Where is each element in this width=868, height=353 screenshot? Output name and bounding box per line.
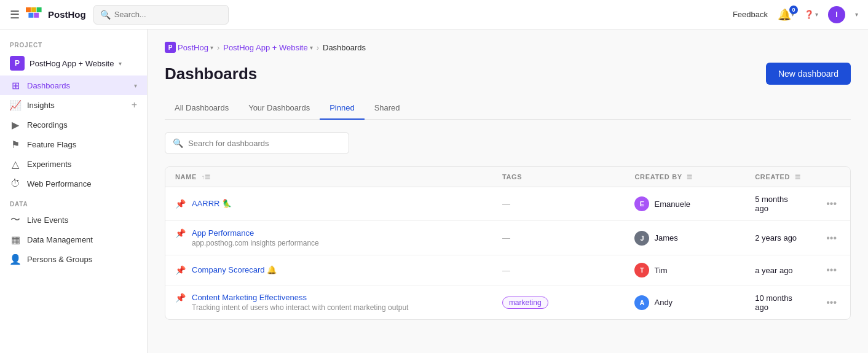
search-icon: 🔍 — [100, 10, 111, 20]
sidebar-section-data: DATA — [0, 193, 147, 210]
tab-shared[interactable]: Shared — [365, 97, 410, 120]
feature-flags-icon: ⚑ — [10, 139, 21, 150]
tab-all-dashboards[interactable]: All Dashboards — [165, 97, 239, 120]
sidebar-item-web-performance[interactable]: ⏱ Web Performance — [0, 174, 147, 193]
creator-avatar: A — [634, 295, 649, 310]
breadcrumb: P PostHog ▾ › PostHog App + Website ▾ › … — [165, 42, 851, 53]
row-actions-button[interactable]: ••• — [823, 197, 840, 210]
dashboard-name-cell: 📌 App Performance app.posthog.com insigh… — [165, 221, 492, 255]
svg-rect-3 — [28, 12, 33, 17]
dashboard-name-cell: 📌 Content Marketing Effectiveness Tracki… — [165, 285, 492, 320]
breadcrumb-sep-2: › — [317, 43, 319, 52]
help-dropdown-arrow: ▾ — [815, 11, 818, 18]
user-dropdown-arrow: ▾ — [855, 11, 858, 18]
search-input[interactable] — [114, 10, 222, 19]
dashboard-tags-cell: — — [492, 255, 625, 285]
sidebar-item-recordings[interactable]: ▶ Recordings — [0, 115, 147, 134]
dashboard-tags-cell: — — [492, 221, 625, 255]
sidebar-item-dashboards[interactable]: ⊞ Dashboards ▾ — [0, 76, 147, 95]
sidebar-project[interactable]: P PostHog App + Website ▾ — [0, 51, 147, 76]
creator-name: Emanuele — [654, 200, 690, 209]
persons-groups-icon: 👤 — [10, 254, 21, 265]
sidebar-item-feature-flags[interactable]: ⚑ Feature Flags — [0, 134, 147, 154]
pin-icon: 📌 — [175, 293, 186, 303]
hamburger-menu[interactable]: ☰ — [10, 8, 20, 21]
sidebar-item-label-persons-groups: Persons & Groups — [27, 255, 137, 264]
sidebar-item-label-web-performance: Web Performance — [27, 179, 137, 188]
dashboard-search-bar[interactable]: 🔍 — [165, 132, 349, 154]
sidebar-item-insights[interactable]: 📈 Insights + — [0, 95, 147, 115]
dashboard-search-icon: 🔍 — [173, 138, 183, 148]
dashboard-tags-cell: — — [492, 187, 625, 221]
breadcrumb-project-label: PostHog App + Website — [223, 43, 307, 52]
web-performance-icon: ⏱ — [10, 178, 21, 189]
dashboards-table: NAME ↑☰ TAGS CREATED BY ☰ CREATED ☰ 📌 — [165, 167, 850, 319]
dashboards-table-container: NAME ↑☰ TAGS CREATED BY ☰ CREATED ☰ 📌 — [165, 166, 851, 320]
tab-pinned[interactable]: Pinned — [320, 97, 364, 120]
notifications-button[interactable]: 🔔 0 ▾ — [778, 8, 794, 21]
dashboard-search-input[interactable] — [188, 139, 341, 148]
dashboards-arrow: ▾ — [134, 82, 137, 89]
creator-name: James — [654, 233, 677, 242]
help-button[interactable]: ❓ ▾ — [804, 10, 818, 19]
sidebar: PROJECT P PostHog App + Website ▾ ⊞ Dash… — [0, 29, 148, 353]
sidebar-item-label-data-management: Data Management — [27, 235, 137, 244]
dashboard-created-cell: 2 years ago — [745, 221, 813, 255]
creator-avatar: J — [634, 231, 649, 246]
pin-icon: 📌 — [175, 265, 186, 275]
main-content: P PostHog ▾ › PostHog App + Website ▾ › … — [148, 29, 868, 353]
data-management-icon: ▦ — [10, 234, 21, 245]
table-row: 📌 AARRR 🦜 — E Emanuele — [165, 187, 850, 221]
dashboard-created-by-cell: T Tim — [625, 255, 745, 285]
svg-rect-2 — [37, 7, 42, 12]
breadcrumb-sep-1: › — [217, 43, 219, 52]
dashboard-name-link[interactable]: Company Scorecard 🔔 — [192, 265, 277, 274]
sidebar-item-persons-groups[interactable]: 👤 Persons & Groups — [0, 249, 147, 269]
new-dashboard-button[interactable]: New dashboard — [766, 63, 851, 85]
dashboard-created-by-cell: E Emanuele — [625, 187, 745, 221]
breadcrumb-project[interactable]: PostHog App + Website ▾ — [223, 43, 312, 52]
col-header-tags: TAGS — [492, 167, 625, 187]
tag-badge[interactable]: marketing — [502, 297, 548, 309]
row-actions-button[interactable]: ••• — [823, 263, 840, 276]
sidebar-item-live-events[interactable]: 〜 Live Events — [0, 210, 147, 230]
sidebar-item-label-feature-flags: Feature Flags — [27, 140, 137, 149]
svg-rect-0 — [26, 7, 31, 12]
page-title: Dashboards — [165, 64, 257, 83]
col-header-actions — [813, 167, 850, 187]
sidebar-item-experiments[interactable]: △ Experiments — [0, 154, 147, 174]
global-search[interactable]: 🔍 — [93, 5, 229, 25]
insights-plus: + — [132, 99, 137, 111]
logo[interactable]: PostHog — [26, 7, 86, 22]
dashboard-created-cell: a year ago — [745, 255, 813, 285]
top-navigation: ☰ PostHog 🔍 Feedback 🔔 0 ▾ ❓ ▾ I ▾ — [0, 0, 868, 29]
breadcrumb-current: Dashboards — [323, 43, 366, 52]
pin-icon: 📌 — [175, 199, 186, 209]
dashboard-name-link[interactable]: AARRR 🦜 — [192, 199, 232, 208]
dashboard-actions-cell: ••• — [813, 221, 850, 255]
feedback-button[interactable]: Feedback — [733, 10, 768, 19]
user-avatar-button[interactable]: I — [828, 6, 845, 23]
dashboard-name-link[interactable]: Content Marketing Effectiveness — [192, 293, 408, 302]
dashboard-actions-cell: ••• — [813, 187, 850, 221]
col-header-name[interactable]: NAME ↑☰ — [165, 167, 492, 187]
project-dropdown-arrow: ▾ — [119, 60, 122, 67]
col-header-created-by[interactable]: CREATED BY ☰ — [625, 167, 745, 187]
creator-name: Tim — [654, 266, 667, 275]
col-header-created[interactable]: CREATED ☰ — [745, 167, 813, 187]
creator-name: Andy — [654, 298, 673, 307]
dashboard-description: Tracking intent of users who interact wi… — [192, 303, 408, 312]
name-sort-icon: ↑☰ — [202, 174, 211, 180]
recordings-icon: ▶ — [10, 119, 21, 130]
logo-text: PostHog — [48, 9, 86, 20]
dashboard-name-link[interactable]: App Performance — [192, 228, 319, 238]
created-filter-icon: ☰ — [795, 174, 801, 180]
breadcrumb-org[interactable]: P PostHog ▾ — [165, 42, 213, 53]
creator-avatar: E — [634, 196, 649, 211]
sidebar-item-data-management[interactable]: ▦ Data Management — [0, 230, 147, 249]
row-actions-button[interactable]: ••• — [823, 231, 840, 244]
row-actions-button[interactable]: ••• — [823, 296, 840, 309]
tab-your-dashboards[interactable]: Your Dashboards — [239, 97, 320, 120]
live-events-icon: 〜 — [10, 214, 21, 225]
svg-rect-4 — [34, 12, 39, 17]
